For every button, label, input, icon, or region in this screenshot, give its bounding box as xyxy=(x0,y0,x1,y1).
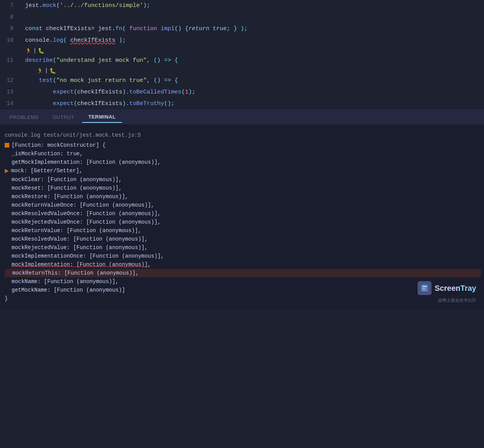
terminal-line-4: mockClear: [Function (anonymous)], xyxy=(5,175,481,184)
terminal-text-17: getMockName: [Function (anonymous)] xyxy=(5,286,125,294)
debug-icon: 🐛 xyxy=(38,48,44,54)
code-line-10: 10 console.log( checkIfExists ); xyxy=(0,35,484,46)
terminal-text-7: mockReturnValueOnce: [Function (anonymou… xyxy=(5,201,154,209)
terminal-text-0: [Function: mockConstructor] { xyxy=(12,141,106,149)
terminal-text-6: mockRestore: [Function (anonymous)], xyxy=(5,192,128,201)
code-line-14: 14 expect(checkIfExists).toBeTruthy(); xyxy=(0,98,484,110)
watermark-logo: ScreenTray xyxy=(418,281,476,295)
terminal-text-11: mockResolvedValue: [Function (anonymous)… xyxy=(5,235,148,243)
terminal-line-16: mockName: [Function (anonymous)], xyxy=(5,277,481,286)
svg-rect-3 xyxy=(422,290,426,290)
terminal-line-12: mockRejectedValue: [Function (anonymous)… xyxy=(5,243,481,252)
terminal-text-13: mockImplementationOnce: [Function (anony… xyxy=(5,252,164,260)
debug-icon-2: 🐛 xyxy=(49,68,56,74)
terminal-line-8: mockResolvedValueOnce: [Function (anonym… xyxy=(5,209,481,218)
terminal-text-10: mockReturnValue: [Function (anonymous)], xyxy=(5,226,141,235)
line-num-10: 10 xyxy=(0,36,21,46)
line-num-12: 12 xyxy=(0,76,21,86)
terminal-text-5: mockReset: [Function (anonymous)], xyxy=(5,184,122,192)
code-line-13: 13 expect(checkIfExists).toBeCalledTimes… xyxy=(0,87,484,98)
line-num-14: 14 xyxy=(0,99,21,109)
terminal-line-9: mockRejectedValueOnce: [Function (anonym… xyxy=(5,218,481,226)
terminal-path-text: console.log tests/unit/jest.mock.test.js… xyxy=(5,131,141,139)
svg-rect-2 xyxy=(422,288,425,289)
arrow-icon: ► xyxy=(5,167,9,175)
divider: | xyxy=(33,48,36,54)
terminal-line-15: mockReturnThis: [Function (anonymous)], xyxy=(5,269,481,277)
terminal-line-2: getMockImplementation: [Function (anonym… xyxy=(5,158,481,166)
terminal-path-line: console.log tests/unit/jest.mock.test.js… xyxy=(5,131,481,139)
editor-section: 7 jest.mock('../../functions/simple'); 8… xyxy=(0,0,484,110)
terminal-line-5: mockReset: [Function (anonymous)], xyxy=(5,184,481,192)
line-content-9: const checkIfExists= jest.fn( function i… xyxy=(21,24,484,34)
terminal-text-9: mockRejectedValueOnce: [Function (anonym… xyxy=(5,218,161,226)
line-content-10: console.log( checkIfExists ); xyxy=(21,36,484,46)
tab-problems[interactable]: PROBLEMS xyxy=(3,112,45,122)
line-num-9: 9 xyxy=(0,24,21,34)
tab-output[interactable]: OUTPUT xyxy=(46,112,80,122)
bottom-panel: PROBLEMS OUTPUT TERMINAL console.log tes… xyxy=(0,110,484,309)
terminal-line-13: mockImplementationOnce: [Function (anony… xyxy=(5,252,481,260)
terminal-line-3: ► mock: [Getter/Setter], xyxy=(5,166,481,175)
red-square-icon xyxy=(5,143,9,148)
terminal-text-15: mockReturnThis: [Function (anonymous)], xyxy=(5,269,139,277)
terminal-content: console.log tests/unit/jest.mock.test.js… xyxy=(0,125,484,309)
code-line-11: 11 describe("understand jest mock fun", … xyxy=(0,55,484,66)
terminal-text-8: mockResolvedValueOnce: [Function (anonym… xyxy=(5,209,161,218)
tab-terminal[interactable]: TERMINAL xyxy=(82,112,122,123)
line-num-7: 7 xyxy=(0,1,21,11)
terminal-line-18: } xyxy=(5,294,481,303)
tabs-bar: PROBLEMS OUTPUT TERMINAL xyxy=(0,110,484,125)
terminal-line-10: mockReturnValue: [Function (anonymous)], xyxy=(5,226,481,235)
code-line-9: 9 const checkIfExists= jest.fn( function… xyxy=(0,23,484,35)
terminal-text-14: mockImplementation: [Function (anonymous… xyxy=(5,260,151,269)
line-content-13: expect(checkIfExists).toBeCalledTimes(1)… xyxy=(21,87,484,97)
line-content-7: jest.mock('../../functions/simple'); xyxy=(21,1,484,11)
terminal-text-4: mockClear: [Function (anonymous)], xyxy=(5,175,122,184)
terminal-line-11: mockResolvedValue: [Function (anonymous)… xyxy=(5,235,481,243)
line-content-12: test("no mock just return true", () => { xyxy=(21,76,484,86)
terminal-line-0: [Function: mockConstructor] { xyxy=(5,141,481,149)
watermark-icon xyxy=(418,281,432,295)
code-line-8: 8 xyxy=(0,12,484,23)
watermark-sub-text: @稀土掘金技术社区 xyxy=(438,296,476,304)
terminal-text-3: mock: [Getter/Setter], xyxy=(11,166,83,175)
line-num-11: 11 xyxy=(0,56,21,66)
terminal-text-16: mockName: [Function (anonymous)], xyxy=(5,277,118,286)
watermark: ScreenTray @稀土掘金技术社区 xyxy=(418,281,476,304)
terminal-text-1: _isMockFunction: true, xyxy=(5,149,83,158)
watermark-name-text: ScreenTray xyxy=(435,284,476,292)
line-content-14: expect(checkIfExists).toBeTruthy(); xyxy=(21,99,484,109)
divider-2: | xyxy=(45,68,48,74)
terminal-text-18: } xyxy=(5,294,8,303)
terminal-text-2: getMockImplementation: [Function (anonym… xyxy=(5,158,161,166)
svg-rect-1 xyxy=(422,286,427,287)
code-line-12: 12 test("no mock just return true", () =… xyxy=(0,75,484,87)
gutter-icons-10: 🏃 | 🐛 xyxy=(0,46,484,55)
code-line-7: 7 jest.mock('../../functions/simple'); xyxy=(0,0,484,12)
terminal-text-12: mockRejectedValue: [Function (anonymous)… xyxy=(5,243,148,252)
terminal-line-17: getMockName: [Function (anonymous)] xyxy=(5,286,481,294)
line-content-11: describe("understand jest mock fun", () … xyxy=(21,56,484,66)
run-icon-2: 🏃 xyxy=(37,68,43,74)
line-num-13: 13 xyxy=(0,87,21,97)
terminal-line-1: _isMockFunction: true, xyxy=(5,149,481,158)
gutter-icons-11: 🏃 | 🐛 xyxy=(0,66,484,75)
terminal-line-6: mockRestore: [Function (anonymous)], xyxy=(5,192,481,201)
terminal-line-14: mockImplementation: [Function (anonymous… xyxy=(5,260,481,269)
line-num-8: 8 xyxy=(0,12,21,22)
run-icon: 🏃 xyxy=(25,48,32,54)
terminal-line-7: mockReturnValueOnce: [Function (anonymou… xyxy=(5,201,481,209)
